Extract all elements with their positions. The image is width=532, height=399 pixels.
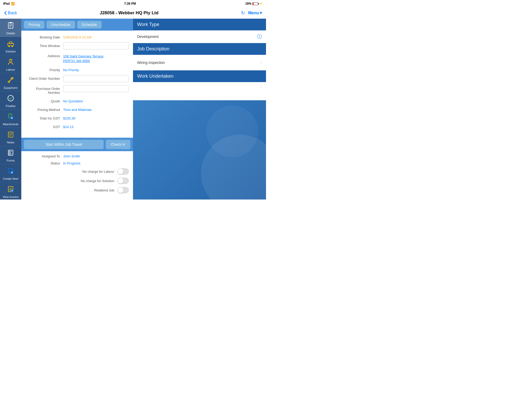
total-gst-value: $155.38	[63, 115, 129, 120]
purchase-order-input[interactable]	[63, 85, 129, 92]
right-panel: Work Type Development ⓘ Job Description …	[133, 19, 266, 200]
purchase-order-row: Purchase Order Number	[25, 85, 129, 95]
device-label: iPad	[3, 2, 10, 5]
unschedule-button[interactable]: Unschedule	[46, 21, 75, 29]
battery-icon	[252, 2, 258, 5]
attachments-icon	[7, 113, 14, 122]
priority-row: Priority No Priority	[25, 66, 129, 72]
status-label: Status	[25, 161, 63, 165]
solution-icon	[7, 40, 14, 49]
sidebar-equipment-label: Equipment	[4, 86, 18, 89]
no-charge-solution-toggle[interactable]	[117, 178, 129, 184]
sidebar-details-label: Details	[6, 32, 15, 35]
finalise-icon	[7, 95, 14, 103]
sidebar-item-create-next[interactable]: Create Next	[0, 164, 21, 182]
status-row: Status In Progress	[25, 161, 129, 165]
work-undertaken-chevron-icon: ›	[261, 85, 262, 90]
no-charge-labour-row: No charge for Labour	[25, 168, 129, 175]
gst-value: $14.13	[63, 123, 129, 129]
menu-button[interactable]: Menu ▾	[248, 10, 262, 15]
view-invoice-icon	[7, 185, 14, 194]
booking-date-row: Booking Date 5/08/2016 8:15 AM	[25, 34, 129, 39]
time-window-input[interactable]	[63, 42, 129, 49]
sidebar-create-next-label: Create Next	[3, 177, 18, 180]
reattend-job-row: Reattend Job	[25, 187, 129, 193]
check-in-button[interactable]: Check In	[106, 140, 130, 149]
content-area: Pricing Unschedule Schedule Booking Date…	[21, 19, 266, 200]
sidebar-item-equipment[interactable]: Equipment	[0, 73, 21, 91]
toggle-knob	[118, 169, 123, 174]
quote-label: Quote	[25, 98, 63, 103]
create-next-icon	[7, 167, 14, 176]
battery-percent: 16%	[245, 2, 251, 5]
priority-label: Priority	[25, 66, 63, 72]
left-panel: Pricing Unschedule Schedule Booking Date…	[21, 19, 133, 200]
page-title: J28058 - Webber HQ Pty Ltd	[100, 10, 158, 16]
svg-rect-25	[9, 153, 10, 155]
no-charge-labour-toggle[interactable]	[117, 168, 129, 175]
sidebar-item-labour[interactable]: Labour	[0, 55, 21, 73]
sidebar-item-notes[interactable]: Notes	[0, 128, 21, 146]
time-window-label: Time Window	[25, 42, 63, 48]
pricing-button[interactable]: Pricing	[24, 21, 44, 29]
total-gst-row: Total Inc GST $155.38	[25, 115, 129, 120]
job-desc-header: Job Description	[133, 43, 266, 55]
sidebar-item-view-invoice[interactable]: View Invoice	[0, 182, 21, 200]
action-row: Start Within Job Travel Check In	[21, 138, 133, 151]
nav-right: ↻ Menu ▾	[241, 10, 262, 16]
menu-label: Menu	[248, 11, 259, 15]
right-background	[133, 100, 266, 200]
work-undertaken-header: Work Undertaken	[133, 70, 266, 82]
job-desc-content[interactable]: Wiring inspection ›	[133, 55, 266, 70]
labour-icon	[7, 58, 14, 67]
nav-bar: Back J28058 - Webber HQ Pty Ltd ↻ Menu ▾	[0, 7, 266, 19]
assigned-to-label: Assigned To	[25, 154, 63, 158]
notes-icon	[7, 131, 14, 140]
sidebar-item-solution[interactable]: Solution	[0, 37, 21, 55]
total-gst-label: Total Inc GST	[25, 115, 63, 120]
sidebar-attachments-label: Attachments	[3, 123, 18, 126]
charging-icon: ⚡	[259, 2, 263, 5]
form-section: Booking Date 5/08/2016 8:15 AM Time Wind…	[21, 31, 133, 138]
info-icon[interactable]: ⓘ	[257, 34, 262, 40]
pricing-method-row: Pricing Method Time and Materials	[25, 106, 129, 112]
back-label: Back	[8, 11, 17, 15]
sidebar-item-attachments[interactable]: Attachments	[0, 110, 21, 128]
sidebar-item-finalise[interactable]: Finalise	[0, 91, 21, 110]
sidebar-forms-label: Forms	[6, 159, 15, 162]
forms-icon	[7, 149, 14, 158]
client-order-label: Client Order Number	[25, 75, 63, 81]
quote-row: Quote No Quotation	[25, 98, 129, 103]
pricing-method-label: Pricing Method	[25, 106, 63, 112]
start-within-job-travel-button[interactable]: Start Within Job Travel	[24, 140, 104, 149]
address-label: Address	[25, 52, 63, 58]
time-window-row: Time Window	[25, 42, 129, 49]
gst-row: GST $14.13	[25, 123, 129, 129]
client-order-input[interactable]	[63, 75, 129, 82]
sidebar-view-invoice-label: View Invoice	[3, 195, 19, 198]
work-undertaken-content[interactable]: ›	[133, 82, 266, 100]
sidebar-solution-label: Solution	[5, 50, 16, 53]
sidebar: Details Solution	[0, 19, 21, 200]
back-button[interactable]: Back	[4, 11, 17, 15]
address-value[interactable]: 108 Saint Georges Terrace PERTH, WA 6000	[63, 52, 129, 63]
sidebar-labour-label: Labour	[6, 68, 15, 71]
job-desc-chevron-icon: ›	[261, 60, 262, 65]
address-row: Address 108 Saint Georges Terrace PERTH,…	[25, 52, 129, 63]
gst-label: GST	[25, 123, 63, 129]
details-icon	[7, 22, 14, 31]
priority-value: No Priority	[63, 66, 129, 72]
schedule-button[interactable]: Schedule	[77, 21, 102, 29]
booking-date-label: Booking Date	[25, 34, 63, 39]
sidebar-item-details[interactable]: Details	[0, 19, 21, 37]
wifi-icon: 📶	[11, 2, 15, 5]
quote-value: No Quotation	[63, 98, 129, 103]
sidebar-item-forms[interactable]: Forms	[0, 146, 21, 164]
status-right: 16% ⚡	[245, 2, 263, 5]
svg-rect-0	[8, 23, 13, 28]
svg-point-13	[8, 81, 10, 83]
client-order-row: Client Order Number	[25, 75, 129, 82]
svg-rect-12	[10, 59, 11, 59]
reattend-job-toggle[interactable]	[117, 187, 129, 193]
refresh-button[interactable]: ↻	[241, 10, 245, 16]
